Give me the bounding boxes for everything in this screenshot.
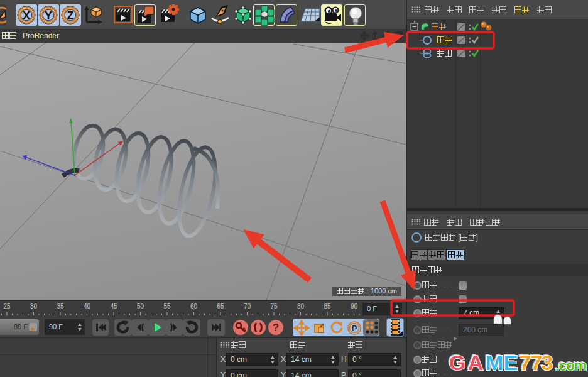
svg-text:Y: Y: [45, 9, 52, 22]
svg-text:80: 80: [297, 303, 305, 310]
svg-text:65: 65: [217, 303, 224, 310]
svg-text:M: M: [486, 351, 503, 374]
svg-text:40: 40: [84, 303, 91, 310]
svg-text:75: 75: [270, 303, 278, 310]
svg-text:E: E: [504, 351, 518, 374]
svg-text:m: m: [574, 358, 587, 374]
svg-text:60: 60: [190, 303, 198, 310]
svg-text:70: 70: [244, 303, 251, 310]
svg-text:90: 90: [351, 303, 358, 310]
svg-text:45: 45: [110, 303, 117, 310]
svg-text:?: ?: [273, 322, 279, 334]
svg-text:7: 7: [520, 351, 531, 374]
svg-text:35: 35: [57, 303, 64, 310]
svg-text:25: 25: [3, 303, 11, 310]
svg-text:50: 50: [137, 303, 144, 310]
svg-text:30: 30: [30, 303, 38, 310]
svg-text:3: 3: [542, 351, 553, 374]
svg-text:P: P: [352, 324, 357, 333]
svg-text:Z: Z: [67, 9, 74, 22]
svg-text:55: 55: [163, 303, 171, 310]
svg-text:A: A: [468, 351, 484, 374]
svg-text:85: 85: [324, 303, 331, 310]
svg-text:X: X: [23, 9, 30, 22]
svg-text:G: G: [449, 351, 466, 374]
